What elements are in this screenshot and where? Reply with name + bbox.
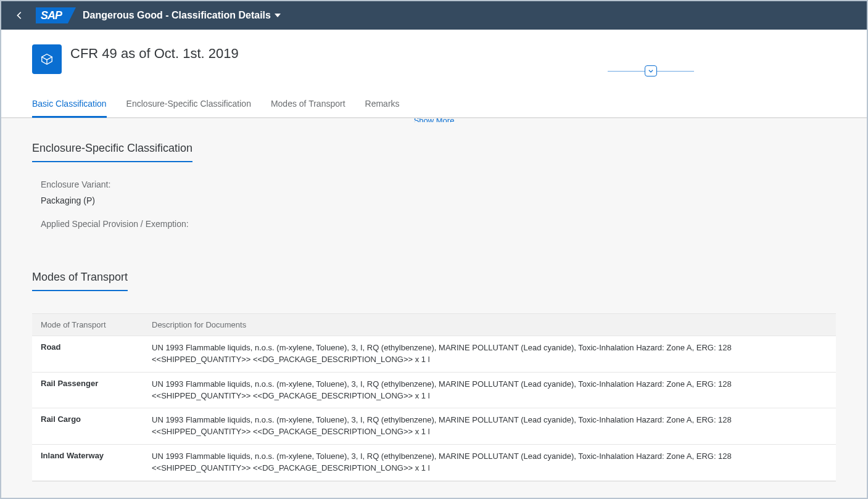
chevron-left-icon (15, 11, 24, 20)
cell-desc: UN 1993 Flammable liquids, n.o.s. (m-xyl… (143, 372, 836, 408)
section-modes: Modes of Transport Mode of Transport Des… (1, 254, 867, 482)
cell-mode: Rail Passenger (32, 372, 143, 408)
tab-modes-of-transport[interactable]: Modes of Transport (271, 95, 345, 117)
cell-mode: Road (32, 336, 143, 373)
cell-desc: UN 1993 Flammable liquids, n.o.s. (m-xyl… (143, 336, 836, 373)
modes-table: Mode of Transport Description for Docume… (32, 314, 836, 481)
app-window: SAP Dangerous Good - Classification Deta… (0, 0, 868, 499)
tab-enclosure-specific[interactable]: Enclosure-Specific Classification (126, 95, 251, 117)
decoration-line (608, 71, 645, 72)
sap-logo[interactable]: SAP (36, 7, 68, 23)
table-row[interactable]: Road UN 1993 Flammable liquids, n.o.s. (… (32, 336, 836, 373)
cell-desc: UN 1993 Flammable liquids, n.o.s. (m-xyl… (143, 445, 836, 481)
page-title: CFR 49 as of Oct. 1st. 2019 (70, 44, 239, 62)
cube-icon (40, 52, 54, 66)
anchor-tab-bar: Basic Classification Enclosure-Specific … (1, 95, 867, 118)
section-title-modes: Modes of Transport (32, 254, 128, 291)
shell-title-dropdown[interactable]: Dangerous Good - Classification Details (83, 10, 281, 21)
cell-mode: Rail Cargo (32, 408, 143, 445)
tab-basic-classification[interactable]: Basic Classification (32, 95, 107, 118)
table-row[interactable]: Inland Waterway UN 1993 Flammable liquid… (32, 445, 836, 481)
cell-mode: Inland Waterway (32, 445, 143, 481)
chevron-box (645, 65, 657, 76)
table-row[interactable]: Rail Passenger UN 1993 Flammable liquids… (32, 372, 836, 408)
shell-bar: SAP Dangerous Good - Classification Deta… (1, 1, 867, 30)
object-page-header: CFR 49 as of Oct. 1st. 2019 (1, 30, 867, 95)
header-collapse-toggle[interactable] (608, 65, 694, 76)
chevron-down-icon (275, 12, 281, 19)
cell-desc: UN 1993 Flammable liquids, n.o.s. (m-xyl… (143, 408, 836, 445)
table-row[interactable]: Rail Cargo UN 1993 Flammable liquids, n.… (32, 408, 836, 445)
shell-title-text: Dangerous Good - Classification Details (83, 10, 271, 21)
tab-remarks[interactable]: Remarks (365, 95, 400, 117)
svg-marker-0 (275, 14, 281, 17)
chevron-down-icon (648, 68, 654, 74)
back-button[interactable] (9, 4, 31, 27)
col-desc: Description for Documents (143, 314, 836, 336)
title-row: CFR 49 as of Oct. 1st. 2019 (32, 44, 836, 74)
show-more-hint[interactable]: Show More (1, 118, 867, 122)
svg-marker-1 (42, 54, 52, 60)
provision-label: Applied Special Provision / Exemption: (32, 219, 836, 229)
decoration-line (657, 71, 694, 72)
enclosure-variant-value: Packaging (P) (32, 196, 836, 205)
object-avatar (32, 44, 62, 74)
table-header-row: Mode of Transport Description for Docume… (32, 314, 836, 336)
modes-table-wrap: Mode of Transport Description for Docume… (32, 313, 836, 482)
sap-logo-text: SAP (41, 9, 62, 22)
section-enclosure: Enclosure-Specific Classification Enclos… (1, 125, 867, 229)
enclosure-variant-label: Enclosure Variant: (32, 179, 836, 189)
section-title-enclosure: Enclosure-Specific Classification (32, 125, 192, 162)
content-area: Show More Enclosure-Specific Classificat… (1, 118, 867, 498)
col-mode: Mode of Transport (32, 314, 143, 336)
